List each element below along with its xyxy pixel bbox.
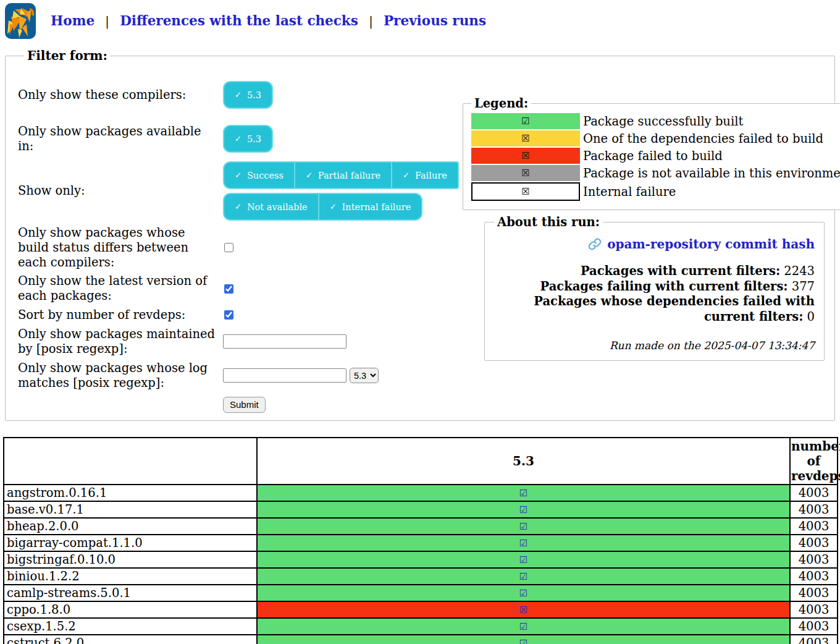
table-row: csexp.1.5.2 ☑ 4003	[4, 618, 838, 635]
table-header-row: 5.3 number of revdeps	[4, 438, 838, 485]
top-nav: Home|Differences with the last checks|Pr…	[0, 0, 840, 40]
commit-hash-link[interactable]: opam-repository commit hash	[588, 237, 815, 252]
about-stats: Packages with current filters: 2243 Pack…	[494, 264, 815, 324]
show-only-toggle-internal-failure[interactable]: ✓ Internal failure	[319, 193, 423, 221]
revdeps-cell: 4003	[790, 551, 838, 568]
package-name-cell: angstrom.0.16.1	[4, 485, 257, 501]
revdeps-cell: 4003	[790, 485, 838, 501]
status-link[interactable]: ☑	[519, 504, 527, 515]
about-run-fieldset: About this run: opam-repository commit h…	[484, 215, 825, 361]
legend-item-label: Package is not available in this environ…	[580, 166, 840, 180]
log-matches-label: Only show packages whose log matches [po…	[18, 361, 223, 391]
checkbox-only-show-packages-whose-build[interactable]	[224, 243, 233, 252]
status-link[interactable]: ☑	[519, 621, 527, 632]
revdeps-cell: 4003	[790, 585, 838, 601]
status-link[interactable]: ☑	[519, 638, 527, 644]
table-row: angstrom.0.16.1 ☑ 4003	[4, 485, 838, 501]
run-stat: Packages failing with current filters: 3…	[494, 279, 815, 295]
legend-item-label: Package failed to build	[580, 149, 723, 163]
log-regexp-input[interactable]	[223, 368, 346, 383]
checkbox-rows: Only show packages whose build status di…	[18, 226, 463, 323]
link-icon	[588, 237, 602, 251]
nav-link-home[interactable]: Home	[51, 13, 94, 28]
run-stat: Packages with current filters: 2243	[494, 264, 815, 279]
check-icon: ✓	[235, 171, 242, 180]
show-only-toggle-not-available[interactable]: ✓ Not available	[223, 193, 319, 221]
checkbox-label-only-show-packages-whose-build: Only show packages whose build status di…	[18, 226, 223, 269]
checkbox-label-sort-by-number-of-revdeps: Sort by number of revdeps:	[18, 308, 223, 323]
status-cell: ☑	[257, 585, 790, 601]
available-label: Only show packages available in:	[18, 124, 223, 154]
nav-separator: |	[105, 14, 109, 28]
run-date: Run made on the 2025-04-07 13:34:47	[494, 339, 815, 352]
status-link[interactable]: ☑	[519, 571, 527, 582]
nav-separator: |	[369, 14, 373, 28]
filter-form-fieldset: Filter form: Only show these compilers: …	[5, 48, 835, 421]
legend-swatch: ☑	[471, 113, 580, 129]
package-name-cell: bheap.2.0.0	[4, 518, 257, 535]
legend-fieldset: Legend: ☑ Package successfully built ☒ O…	[463, 96, 840, 210]
status-link[interactable]: ☑	[519, 521, 527, 532]
legend-item-label: One of the dependencies failed to build	[580, 132, 823, 146]
show-only-group-row2: ✓ Not available ✓ Internal failure	[223, 193, 459, 221]
maintained-regexp-input[interactable]	[223, 334, 346, 349]
status-cell: ☑	[257, 485, 790, 501]
revdeps-cell: 4003	[790, 618, 838, 635]
status-link[interactable]: ☑	[519, 588, 527, 599]
table-row: bheap.2.0.0 ☑ 4003	[4, 518, 838, 535]
compiler-toggle-5.3[interactable]: ✓ 5.3	[223, 81, 273, 109]
check-icon: ✓	[235, 90, 242, 100]
status-link[interactable]: ☑	[519, 488, 527, 499]
filter-form-title: Filter form:	[24, 48, 111, 63]
about-title: About this run:	[494, 215, 603, 229]
show-only-toggle-success[interactable]: ✓ Success	[223, 161, 295, 189]
legend-items: ☑ Package successfully built ☒ One of th…	[471, 113, 840, 201]
packages-table: 5.3 number of revdeps angstrom.0.16.1 ☑ …	[3, 437, 838, 644]
compilers-label: Only show these compilers:	[18, 88, 223, 103]
submit-button[interactable]: Submit	[223, 397, 266, 413]
revdeps-cell: 4003	[790, 518, 838, 535]
check-icon: ✓	[306, 171, 313, 180]
legend-swatch: ☒	[471, 130, 580, 146]
legend-swatch: ☒	[471, 165, 580, 181]
revdeps-cell: 4003	[790, 601, 838, 618]
check-icon: ✓	[235, 134, 242, 143]
show-only-toggle-partial-failure[interactable]: ✓ Partial failure	[295, 161, 392, 189]
legend-swatch: ☒	[471, 148, 580, 164]
revdeps-cell: 4003	[790, 568, 838, 585]
nav-link-differences-with-the-last-checks[interactable]: Differences with the last checks	[120, 13, 358, 28]
checkbox-sort-by-number-of-revdeps[interactable]	[224, 310, 233, 320]
status-cell: ☑	[257, 518, 790, 535]
package-name-cell: camlp-streams.5.0.1	[4, 585, 257, 601]
status-cell: ☑	[257, 635, 790, 644]
package-name-cell: cstruct.6.2.0	[4, 635, 257, 644]
nav-link-previous-runs[interactable]: Previous runs	[384, 13, 486, 28]
checkbox-only-show-the-latest-version-o[interactable]	[224, 284, 233, 294]
status-link[interactable]: ☑	[519, 554, 527, 566]
legend-item-label: Internal failure	[580, 185, 676, 199]
revdeps-column-header: number of revdeps	[790, 438, 838, 485]
table-row: camlp-streams.5.0.1 ☑ 4003	[4, 585, 838, 601]
status-link[interactable]: ☒	[519, 604, 527, 616]
legend-item-label: Package successfully built	[580, 114, 743, 129]
log-compiler-select[interactable]: 5.3	[350, 368, 379, 383]
run-stat: Packages whose dependencies failed with …	[494, 294, 815, 324]
available-toggle-5.3[interactable]: ✓ 5.3	[223, 125, 273, 153]
ocaml-camel-logo-icon	[5, 3, 36, 39]
status-link[interactable]: ☑	[519, 538, 527, 549]
status-cell: ☒	[257, 601, 790, 618]
checkbox-label-only-show-the-latest-version-o: Only show the latest version of each pac…	[18, 274, 223, 303]
status-cell: ☑	[257, 501, 790, 518]
legend-swatch: ☒	[471, 182, 580, 201]
package-name-cell: base.v0.17.1	[4, 501, 257, 518]
check-icon: ✓	[235, 202, 242, 211]
revdeps-cell: 4003	[790, 635, 838, 644]
table-row: base.v0.17.1 ☑ 4003	[4, 501, 838, 518]
show-only-toggle-failure[interactable]: ✓ Failure	[392, 161, 459, 189]
filter-controls: Only show these compilers: ✓ 5.3 Only sh…	[18, 68, 463, 413]
table-row: cstruct.6.2.0 ☑ 4003	[4, 635, 838, 644]
packages-table-body: angstrom.0.16.1 ☑ 4003 base.v0.17.1 ☑ 40…	[4, 485, 838, 644]
compiler-column-header: 5.3	[257, 438, 790, 485]
show-only-label: Show only:	[18, 184, 223, 198]
maintained-label: Only show packages maintained by [posix …	[18, 327, 223, 357]
